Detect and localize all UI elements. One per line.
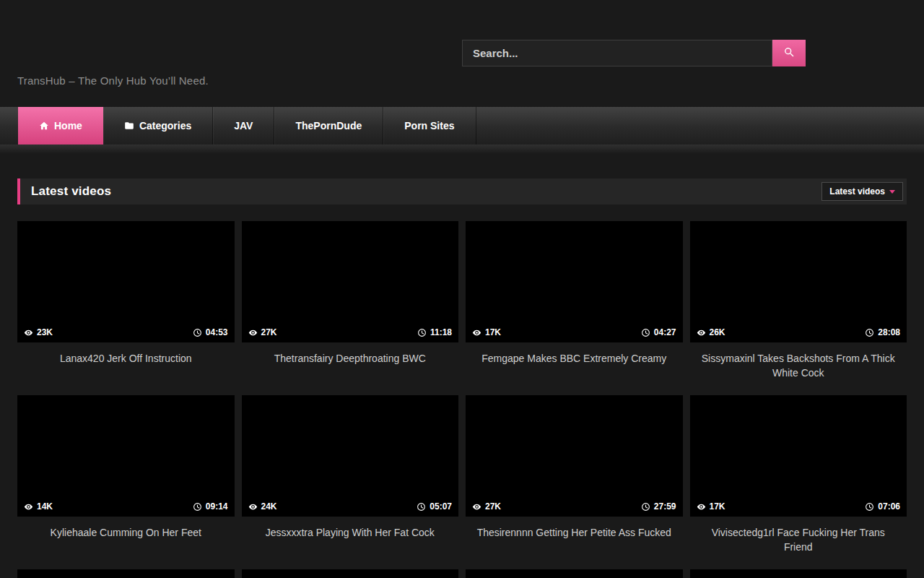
duration-icon xyxy=(193,328,202,337)
sort-dropdown-button[interactable]: Latest videos xyxy=(821,182,903,201)
video-title[interactable]: Sissymaxinl Takes Backshots From A Thick… xyxy=(690,342,907,395)
views-stat: 17K xyxy=(697,501,725,512)
section-title: Latest videos xyxy=(31,184,111,199)
video-grid: 23K04:53Lanax420 Jerk Off Instruction27K… xyxy=(17,221,907,578)
duration-stat: 09:14 xyxy=(193,501,228,512)
views-icon xyxy=(472,502,481,512)
views-count: 26K xyxy=(710,327,725,337)
video-card[interactable]: 27K11:18Thetransfairy Deepthroating BWC xyxy=(242,221,459,395)
video-title[interactable]: Thesirennnn Getting Her Petite Ass Fucke… xyxy=(466,517,683,569)
views-icon xyxy=(697,328,706,337)
nav-item-theporndude[interactable]: ThePornDude xyxy=(274,107,383,144)
views-stat: 24K xyxy=(248,501,277,512)
thumbnail-stats: 27K27:59 xyxy=(472,501,676,512)
views-count: 17K xyxy=(485,327,501,337)
duration-icon xyxy=(865,328,874,337)
video-thumbnail[interactable]: 24K05:07 xyxy=(242,395,459,517)
views-count: 17K xyxy=(710,501,725,512)
video-thumbnail[interactable]: 26K28:08 xyxy=(690,221,907,342)
site-tagline: TransHub – The Only Hub You’ll Need. xyxy=(17,74,209,87)
duration-stat: 27:59 xyxy=(641,501,676,512)
duration-stat: 28:08 xyxy=(865,327,900,337)
nav-item-label: Categories xyxy=(139,120,191,131)
thumbnail-stats: 26K28:08 xyxy=(697,327,901,337)
views-stat: 27K xyxy=(472,501,501,512)
duration-value: 04:53 xyxy=(206,327,228,337)
search-button[interactable] xyxy=(772,40,806,66)
video-thumbnail[interactable]: 23K04:53 xyxy=(17,221,235,342)
views-icon xyxy=(24,328,33,337)
nav-item-label: Porn Sites xyxy=(404,120,454,131)
main-content: Latest videos Latest videos 23K04:53Lana… xyxy=(17,178,907,578)
nav-item-home[interactable]: Home xyxy=(18,107,103,144)
video-card[interactable]: 17K04:27Femgape Makes BBC Extremely Crea… xyxy=(466,221,683,395)
video-card[interactable] xyxy=(242,569,459,578)
search-input[interactable] xyxy=(462,40,772,66)
main-nav: HomeCategoriesJAVThePornDudePorn Sites xyxy=(0,107,924,144)
views-count: 24K xyxy=(261,501,277,512)
chevron-down-icon xyxy=(889,190,895,194)
duration-icon xyxy=(417,328,427,337)
video-thumbnail[interactable]: 14K09:14 xyxy=(17,395,235,517)
home-icon xyxy=(39,121,49,131)
views-icon xyxy=(24,502,33,512)
video-title[interactable]: Vivisectedg1rl Face Fucking Her Trans Fr… xyxy=(690,517,907,569)
nav-item-label: JAV xyxy=(234,120,253,131)
video-title[interactable]: Femgape Makes BBC Extremely Creamy xyxy=(466,342,683,395)
video-card[interactable]: 17K07:06Vivisectedg1rl Face Fucking Her … xyxy=(690,395,907,569)
duration-icon xyxy=(417,502,426,512)
video-thumbnail[interactable]: 27K27:59 xyxy=(466,395,683,517)
duration-value: 04:27 xyxy=(654,327,676,337)
video-card[interactable]: 26K28:08Sissymaxinl Takes Backshots From… xyxy=(690,221,907,395)
duration-icon xyxy=(865,502,874,512)
video-thumbnail[interactable] xyxy=(17,569,235,578)
video-thumbnail[interactable] xyxy=(690,569,907,578)
video-thumbnail[interactable] xyxy=(242,569,459,578)
thumbnail-stats: 23K04:53 xyxy=(24,327,228,337)
views-count: 27K xyxy=(261,327,277,337)
video-thumbnail[interactable]: 17K07:06 xyxy=(690,395,907,517)
video-card[interactable]: 27K27:59Thesirennnn Getting Her Petite A… xyxy=(466,395,683,569)
nav-shadow xyxy=(0,144,924,154)
duration-stat: 07:06 xyxy=(865,501,900,512)
duration-stat: 04:53 xyxy=(193,327,228,337)
views-icon xyxy=(472,328,481,337)
views-stat: 17K xyxy=(472,327,501,337)
video-title[interactable]: Lanax420 Jerk Off Instruction xyxy=(17,342,235,395)
video-thumbnail[interactable]: 27K11:18 xyxy=(242,221,459,342)
video-title[interactable]: Thetransfairy Deepthroating BWC xyxy=(242,342,459,395)
views-count: 27K xyxy=(485,501,501,512)
video-title[interactable]: Kyliehaale Cumming On Her Feet xyxy=(17,517,235,569)
duration-value: 28:08 xyxy=(878,327,900,337)
video-card[interactable]: 23K04:53Lanax420 Jerk Off Instruction xyxy=(17,221,235,395)
duration-value: 27:59 xyxy=(654,501,676,512)
nav-item-porn-sites[interactable]: Porn Sites xyxy=(383,107,476,144)
duration-icon xyxy=(641,328,650,337)
section-header: Latest videos Latest videos xyxy=(17,178,907,204)
sort-dropdown-label: Latest videos xyxy=(829,186,885,197)
search-bar xyxy=(462,40,806,66)
video-thumbnail[interactable]: 17K04:27 xyxy=(466,221,683,342)
video-thumbnail[interactable] xyxy=(466,569,683,578)
nav-item-categories[interactable]: Categories xyxy=(103,107,213,144)
nav-item-label: ThePornDude xyxy=(295,120,362,131)
views-stat: 23K xyxy=(24,327,53,337)
video-title[interactable]: Jessxxxtra Playing With Her Fat Cock xyxy=(242,517,459,569)
section-accent-bar xyxy=(17,178,20,204)
nav-item-jav[interactable]: JAV xyxy=(213,107,274,144)
views-icon xyxy=(248,328,258,337)
duration-value: 11:18 xyxy=(430,327,452,337)
video-card[interactable] xyxy=(690,569,907,578)
video-card[interactable]: 24K05:07Jessxxxtra Playing With Her Fat … xyxy=(242,395,459,569)
video-card[interactable] xyxy=(17,569,235,578)
views-icon xyxy=(697,502,706,512)
thumbnail-stats: 17K07:06 xyxy=(697,501,901,512)
video-card[interactable]: 14K09:14Kyliehaale Cumming On Her Feet xyxy=(17,395,235,569)
video-card[interactable] xyxy=(466,569,683,578)
search-icon xyxy=(783,46,796,61)
views-stat: 14K xyxy=(24,501,53,512)
duration-value: 09:14 xyxy=(206,501,228,512)
duration-stat: 04:27 xyxy=(641,327,676,337)
views-stat: 27K xyxy=(248,327,277,337)
thumbnail-stats: 24K05:07 xyxy=(248,501,453,512)
